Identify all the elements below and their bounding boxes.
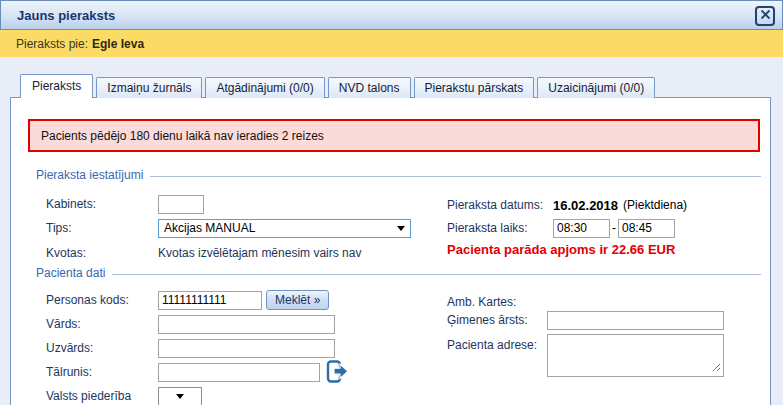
kvotas-row: Kvotas: Kvotas izvēlētajam mēnesim vairs… <box>46 243 361 263</box>
doctor-name: Egle Ieva <box>92 37 144 51</box>
pacienta-adrese-row: Pacienta adrese: <box>447 334 724 380</box>
tab-nvd-talons[interactable]: NVD talons <box>328 77 411 98</box>
dialog-title: Jauns pieraksts <box>17 8 115 23</box>
close-icon <box>760 9 771 23</box>
kabinets-row: Kabinets: <box>46 194 204 214</box>
kabinets-label: Kabinets: <box>46 197 158 211</box>
settings-legend-text: Pieraksta iestatījumi <box>36 168 143 182</box>
tab-bar: Pieraksts Izmaiņu žurnāls Atgādinājumi (… <box>20 74 658 98</box>
tips-row: Tips: Akcijas MANUAL <box>46 218 411 238</box>
uzvards-label: Uzvārds: <box>46 341 158 355</box>
chevron-down-icon <box>176 394 184 399</box>
valsts-piederiba-select[interactable] <box>158 387 202 405</box>
chevron-down-icon <box>397 226 405 231</box>
patient-debt-notice: Pacienta parāda apjoms ir 22.66 EUR <box>447 242 675 257</box>
kvotas-status-text: Kvotas izvēlētajam mēnesim vairs nav <box>158 246 361 260</box>
vards-label: Vārds: <box>46 317 158 331</box>
tab-pieraksts[interactable]: Pieraksts <box>20 74 93 98</box>
amb-kartes-row: Amb. Kartes: <box>447 292 547 312</box>
pacienta-adrese-label: Pacienta adrese: <box>447 334 547 352</box>
tips-label: Tips: <box>46 221 158 235</box>
tips-select[interactable]: Akcijas MANUAL <box>158 219 411 238</box>
settings-section-legend: Pieraksta iestatījumi <box>36 168 761 182</box>
gimenes-arsts-input[interactable] <box>547 311 724 330</box>
warning-text: Pacients pēdējo 180 dienu laikā nav iera… <box>41 129 324 143</box>
appointment-date: 16.02.2018 <box>553 198 618 213</box>
uzvards-input[interactable] <box>158 339 335 358</box>
pacienta-adrese-textarea[interactable] <box>547 334 724 377</box>
kvotas-label: Kvotas: <box>46 246 158 260</box>
time-label: Pieraksta laiks: <box>447 221 553 235</box>
valsts-piederiba-row: Valsts piederība <box>46 386 202 405</box>
time-to-input[interactable] <box>618 219 675 238</box>
talrunis-input[interactable] <box>158 363 320 382</box>
no-show-warning-banner: Pacients pēdējo 180 dienu laikā nav iera… <box>28 119 760 152</box>
send-to-phone-icon[interactable] <box>325 360 349 384</box>
vards-row: Vārds: <box>46 314 335 334</box>
date-label: Pieraksta datums: <box>447 198 553 212</box>
appointment-weekday: (Piektdiena) <box>623 198 687 212</box>
patient-legend-text: Pacienta dati <box>36 266 105 280</box>
new-appointment-dialog: Jauns pieraksts Pieraksts pie: Egle Ieva… <box>0 0 783 405</box>
resize-handle-icon[interactable] <box>712 361 721 375</box>
tab-content-panel: Pacients pēdējo 180 dienu laikā nav iera… <box>10 97 771 405</box>
tab-izmainu-zurnals[interactable]: Izmaiņu žurnāls <box>96 77 202 98</box>
date-row: Pieraksta datums: 16.02.2018 (Piektdiena… <box>447 195 687 215</box>
patient-section-legend: Pacienta dati <box>36 266 761 280</box>
personas-kods-row: Personas kods: Meklēt » <box>46 290 329 310</box>
legend-divider <box>150 176 761 177</box>
valsts-piederiba-label: Valsts piederība <box>46 389 158 403</box>
uzvards-row: Uzvārds: <box>46 338 335 358</box>
gimenes-arsts-label: Ģimenes ārsts: <box>447 313 547 327</box>
gimenes-arsts-row: Ģimenes ārsts: <box>447 310 724 330</box>
tab-atgadinajumi[interactable]: Atgādinājumi (0/0) <box>205 77 324 98</box>
legend-divider <box>112 274 761 275</box>
amb-kartes-label: Amb. Kartes: <box>447 295 547 309</box>
vards-input[interactable] <box>158 315 335 334</box>
personas-kods-input[interactable] <box>158 291 262 310</box>
time-row: Pieraksta laiks: - <box>447 218 675 238</box>
search-button[interactable]: Meklēt » <box>266 290 329 310</box>
dialog-titlebar: Jauns pieraksts <box>0 0 783 30</box>
talrunis-label: Tālrunis: <box>46 365 158 379</box>
kabinets-input[interactable] <box>158 195 204 214</box>
time-from-input[interactable] <box>553 219 610 238</box>
talrunis-row: Tālrunis: <box>46 362 349 382</box>
context-label: Pieraksts pie: <box>16 37 88 51</box>
appointment-context-bar: Pieraksts pie: Egle Ieva <box>0 30 783 57</box>
tab-uzaicinajumi[interactable]: Uzaicinājumi (0/0) <box>537 77 655 98</box>
tab-pierakstu-parskats[interactable]: Pierakstu pārskats <box>414 77 535 98</box>
tips-selected-value: Akcijas MANUAL <box>164 221 255 235</box>
close-button[interactable] <box>755 6 775 26</box>
time-separator: - <box>612 221 616 235</box>
personas-kods-label: Personas kods: <box>46 293 158 307</box>
